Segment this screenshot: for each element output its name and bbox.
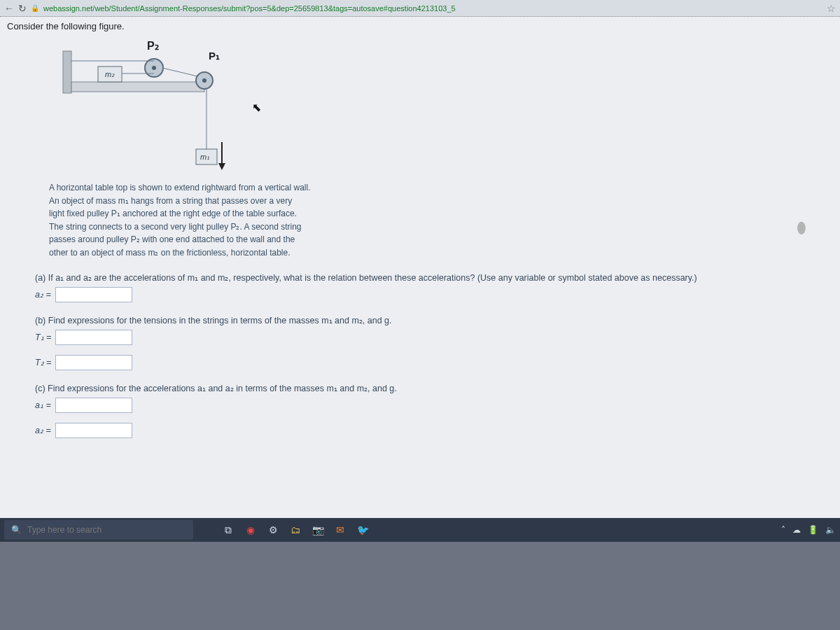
m2-label: m₂ bbox=[105, 70, 115, 78]
desc-line: other to an object of mass m₂ on the fri… bbox=[49, 246, 441, 260]
desc-line: A horizontal table top is shown to exten… bbox=[49, 181, 441, 195]
settings-gear-icon[interactable]: ⚙ bbox=[263, 520, 283, 540]
eraser-icon: ⬮ bbox=[797, 218, 806, 237]
a1-label: a₁ = bbox=[35, 400, 51, 410]
part-b-text: (b) Find expressions for the tensions in… bbox=[35, 315, 833, 326]
a2c-input[interactable] bbox=[55, 423, 132, 438]
question-prompt: Consider the following figure. bbox=[7, 21, 833, 31]
camera-icon[interactable]: 📷 bbox=[308, 520, 328, 540]
t1-label: T₁ = bbox=[35, 332, 51, 342]
p1-label: P₁ bbox=[209, 50, 220, 62]
svg-rect-1 bbox=[71, 82, 204, 92]
figure-description: A horizontal table top is shown to exten… bbox=[49, 181, 441, 260]
desc-line: light fixed pulley P₁ anchored at the ri… bbox=[49, 207, 441, 220]
part-c-text: (c) Find expressions for the acceleratio… bbox=[35, 383, 833, 393]
lock-icon: 🔒 bbox=[31, 4, 39, 12]
windows-taskbar: 🔍 ⧉ ◉ ⚙ 🗂 📷 ✉ 🐦 ˄ ☁ 🔋 🔈 bbox=[0, 518, 840, 542]
a2-input[interactable] bbox=[55, 287, 132, 302]
p2-label: P₂ bbox=[147, 40, 159, 52]
svg-marker-13 bbox=[218, 163, 225, 170]
desc-line: passes around pulley P₂ with one end att… bbox=[49, 233, 441, 246]
browser-address-bar: ← ↻ 🔒 webassign.net/web/Student/Assignme… bbox=[0, 0, 840, 17]
page-content: Consider the following figure. m₂ P₂ P₁ bbox=[0, 17, 840, 518]
tray-battery-icon[interactable]: 🔋 bbox=[808, 525, 818, 535]
taskbar-search[interactable]: 🔍 bbox=[4, 520, 193, 540]
svg-rect-0 bbox=[63, 51, 71, 93]
desc-line: An object of mass m₁ hangs from a string… bbox=[49, 195, 441, 208]
svg-line-9 bbox=[162, 68, 197, 76]
mail-icon[interactable]: ✉ bbox=[330, 520, 350, 540]
tray-chevron-icon[interactable]: ˄ bbox=[781, 525, 785, 535]
reload-button[interactable]: ↻ bbox=[18, 3, 27, 14]
desc-line: The string connects to a second very lig… bbox=[49, 220, 441, 234]
chrome-icon[interactable]: ◉ bbox=[241, 520, 260, 540]
bookmark-star-icon[interactable]: ☆ bbox=[827, 3, 836, 14]
t2-input[interactable] bbox=[55, 355, 132, 370]
file-explorer-icon[interactable]: 🗂 bbox=[286, 520, 305, 540]
twitter-icon[interactable]: 🐦 bbox=[353, 520, 372, 540]
a2-label: a₂ = bbox=[35, 289, 51, 300]
search-icon: 🔍 bbox=[11, 525, 22, 535]
desk-surface bbox=[0, 542, 840, 630]
task-view-icon[interactable]: ⧉ bbox=[218, 520, 238, 540]
tray-volume-icon[interactable]: 🔈 bbox=[825, 525, 836, 535]
t1-input[interactable] bbox=[55, 330, 132, 345]
a1-input[interactable] bbox=[55, 398, 132, 413]
m1-label: m₁ bbox=[200, 153, 209, 161]
a2c-label: a₂ = bbox=[35, 425, 51, 435]
tray-cloud-icon[interactable]: ☁ bbox=[792, 525, 801, 535]
system-tray: ˄ ☁ 🔋 🔈 bbox=[781, 525, 836, 535]
taskbar-search-input[interactable] bbox=[27, 525, 186, 535]
cortana-circle-icon[interactable] bbox=[196, 520, 216, 540]
physics-figure: m₂ P₂ P₁ m₁ bbox=[49, 37, 259, 177]
svg-point-6 bbox=[202, 78, 206, 83]
part-a-text: (a) If a₁ and a₂ are the accelerations o… bbox=[35, 272, 833, 283]
back-button[interactable]: ← bbox=[4, 3, 14, 14]
svg-point-4 bbox=[152, 66, 156, 70]
t2-label: T₂ = bbox=[35, 357, 51, 368]
url-text[interactable]: webassign.net/web/Student/Assignment-Res… bbox=[43, 4, 456, 13]
